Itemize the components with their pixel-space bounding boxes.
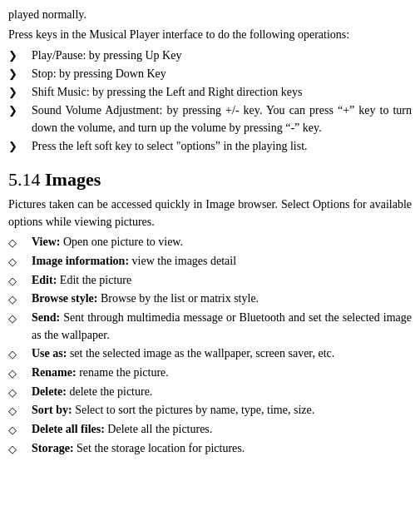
option-text-1: Image information: view the images detai… xyxy=(32,253,412,270)
bullet-text-0: Play/Pause: by pressing Up Key xyxy=(32,47,412,64)
bullet-text-1: Stop: by pressing Down Key xyxy=(32,66,412,82)
option-item-4: ◇Send: Sent through multimedia message o… xyxy=(8,310,412,344)
diamond-icon-2: ◇ xyxy=(8,272,32,290)
bullet-arrow-2: ❯ xyxy=(8,84,32,101)
option-text-5: Use as: set the selected image as the wa… xyxy=(32,345,412,362)
option-label-8: Sort by: xyxy=(32,404,72,416)
option-label-4: Send: xyxy=(32,311,60,324)
option-label-3: Browse style: xyxy=(32,292,97,305)
option-text-2: Edit: Edit the picture xyxy=(32,272,412,289)
intro-line1: played normally. xyxy=(8,7,412,23)
option-text-0: View: Open one picture to view. xyxy=(32,234,412,251)
diamond-icon-1: ◇ xyxy=(8,253,32,270)
option-item-9: ◇Delete all files: Delete all the pictur… xyxy=(8,421,412,439)
diamond-icon-10: ◇ xyxy=(8,440,32,458)
bullet-arrow-3: ❯ xyxy=(8,102,32,119)
option-label-0: View: xyxy=(32,236,60,248)
bullet-item-0: ❯Play/Pause: by pressing Up Key xyxy=(8,47,412,64)
option-text-7: Delete: delete the picture. xyxy=(32,384,412,400)
option-item-2: ◇Edit: Edit the picture xyxy=(8,272,412,290)
diamond-icon-7: ◇ xyxy=(8,384,32,401)
diamond-icon-9: ◇ xyxy=(8,421,32,439)
option-item-0: ◇View: Open one picture to view. xyxy=(8,234,412,251)
option-label-5: Use as: xyxy=(32,347,67,360)
section-title: Images xyxy=(45,169,101,190)
option-text-3: Browse style: Browse by the list or matr… xyxy=(32,290,412,307)
option-label-7: Delete: xyxy=(32,385,67,398)
bullet-arrow-0: ❯ xyxy=(8,47,32,64)
bullet-text-2: Shift Music: by pressing the Left and Ri… xyxy=(32,84,412,101)
diamond-list: ◇View: Open one picture to view.◇Image i… xyxy=(8,234,412,458)
diamond-icon-4: ◇ xyxy=(8,310,32,327)
option-label-6: Rename: xyxy=(32,366,77,379)
section-intro: Pictures taken can be accessed quickly i… xyxy=(8,196,412,231)
option-text-9: Delete all files: Delete all the picture… xyxy=(32,421,412,438)
option-label-10: Storage: xyxy=(32,442,74,454)
bullet-arrow-1: ❯ xyxy=(8,66,32,82)
option-item-10: ◇Storage: Set the storage location for p… xyxy=(8,440,412,458)
option-item-6: ◇Rename: rename the picture. xyxy=(8,365,412,382)
option-item-3: ◇Browse style: Browse by the list or mat… xyxy=(8,290,412,308)
bullet-item-3: ❯Sound Volume Adjustment: by pressing +/… xyxy=(8,102,412,136)
option-item-1: ◇Image information: view the images deta… xyxy=(8,253,412,270)
option-item-8: ◇Sort by: Select to sort the pictures by… xyxy=(8,402,412,419)
diamond-icon-6: ◇ xyxy=(8,365,32,382)
bullet-arrow-4: ❯ xyxy=(8,138,32,155)
bullet-text-4: Press the left soft key to select "optio… xyxy=(32,138,412,155)
diamond-icon-5: ◇ xyxy=(8,345,32,363)
option-label-9: Delete all files: xyxy=(32,423,105,435)
intro-line2: Press keys in the Musical Player interfa… xyxy=(8,27,412,43)
option-text-8: Sort by: Select to sort the pictures by … xyxy=(32,402,412,419)
option-text-4: Send: Sent through multimedia message or… xyxy=(32,310,412,344)
bullet-text-3: Sound Volume Adjustment: by pressing +/-… xyxy=(32,102,412,136)
option-text-10: Storage: Set the storage location for pi… xyxy=(32,440,412,457)
option-label-1: Image information: xyxy=(32,255,129,267)
option-item-7: ◇Delete: delete the picture. xyxy=(8,384,412,401)
bullet-item-2: ❯Shift Music: by pressing the Left and R… xyxy=(8,84,412,101)
diamond-icon-3: ◇ xyxy=(8,290,32,308)
bullet-item-4: ❯Press the left soft key to select "opti… xyxy=(8,138,412,155)
diamond-icon-0: ◇ xyxy=(8,234,32,251)
bullet-list: ❯Play/Pause: by pressing Up Key❯Stop: by… xyxy=(8,47,412,156)
section-heading: 5.14 Images xyxy=(8,166,412,193)
bullet-item-1: ❯Stop: by pressing Down Key xyxy=(8,66,412,82)
option-label-2: Edit: xyxy=(32,274,57,286)
diamond-icon-8: ◇ xyxy=(8,402,32,419)
option-text-6: Rename: rename the picture. xyxy=(32,365,412,381)
section-number: 5.14 xyxy=(8,169,45,190)
option-item-5: ◇Use as: set the selected image as the w… xyxy=(8,345,412,363)
